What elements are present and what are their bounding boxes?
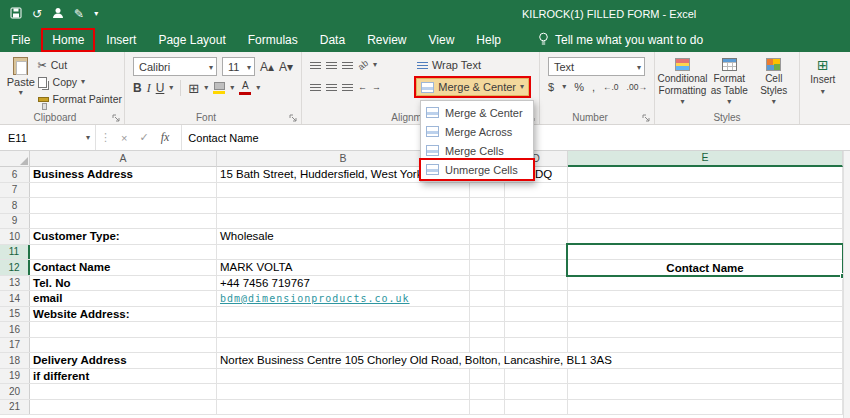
row-header-9[interactable]: 9: [0, 214, 30, 229]
menu-item-merge-across[interactable]: Merge Across: [421, 122, 533, 141]
align-center-icon[interactable]: [326, 84, 337, 91]
dialog-launcher-icon[interactable]: [289, 113, 298, 122]
insert-function-icon[interactable]: fx: [161, 130, 170, 145]
row-header-11[interactable]: 11: [0, 245, 30, 260]
tab-file[interactable]: File: [0, 28, 41, 52]
font-size-combo[interactable]: 11 ▾: [222, 57, 255, 76]
row-header-10[interactable]: 10: [0, 229, 30, 244]
paste-button[interactable]: Paste ▾: [4, 56, 38, 107]
row-header-21[interactable]: 21: [0, 400, 30, 415]
italic-button[interactable]: I: [147, 82, 151, 94]
tab-view[interactable]: View: [418, 28, 466, 52]
row-header-6[interactable]: 6: [0, 167, 30, 182]
row-header-13[interactable]: 13: [0, 276, 30, 291]
row-header-12[interactable]: 12: [0, 260, 30, 275]
increase-font-size-button[interactable]: A▴: [260, 61, 274, 73]
undo-icon[interactable]: ↺: [32, 8, 42, 20]
cell-B12[interactable]: MARK VOLTA: [220, 260, 296, 275]
increase-indent-icon[interactable]: →: [372, 83, 381, 92]
menu-item-merge-cells[interactable]: Merge Cells: [421, 141, 533, 160]
cell-B10[interactable]: Wholesale: [220, 229, 278, 244]
increase-decimal-button[interactable]: ←.0: [603, 82, 619, 92]
align-right-icon[interactable]: [342, 84, 353, 91]
row-header-20[interactable]: 20: [0, 384, 30, 399]
row-header-18[interactable]: 18: [0, 353, 30, 368]
tab-data[interactable]: Data: [309, 28, 356, 52]
fill-handle[interactable]: [840, 273, 843, 279]
select-all-corner[interactable]: [0, 151, 30, 167]
borders-button[interactable]: ⊞: [188, 82, 199, 95]
formula-bar-buttons: × ✓ fx: [115, 125, 182, 150]
align-middle-icon[interactable]: [326, 62, 337, 69]
save-icon[interactable]: [10, 7, 22, 22]
cell-A15[interactable]: Website Address:: [33, 307, 130, 322]
format-painter-button[interactable]: Format Painter: [38, 91, 122, 107]
cut-icon: ✂: [38, 60, 47, 71]
column-header-A[interactable]: A: [30, 151, 217, 167]
person-icon[interactable]: [52, 7, 64, 22]
copy-button[interactable]: Copy ▾: [38, 74, 122, 90]
row-header-16[interactable]: 16: [0, 322, 30, 337]
cell-A6[interactable]: Business Address: [33, 167, 133, 182]
align-left-icon[interactable]: [310, 84, 321, 91]
pencil-icon[interactable]: ✎: [74, 8, 84, 20]
confirm-entry-icon[interactable]: ✓: [139, 131, 148, 144]
selection-box[interactable]: Contact Name: [566, 243, 843, 277]
row-header-15[interactable]: 15: [0, 307, 30, 322]
align-top-icon[interactable]: [310, 62, 321, 69]
chevron-down-icon[interactable]: ▾: [94, 10, 98, 18]
cut-button[interactable]: ✂ Cut: [38, 57, 122, 73]
cell-A19[interactable]: if different: [33, 369, 89, 384]
row-header-7[interactable]: 7: [0, 183, 30, 198]
tab-review[interactable]: Review: [356, 28, 417, 52]
bold-button[interactable]: B: [133, 82, 142, 94]
underline-button[interactable]: U: [156, 82, 165, 94]
tell-me-box[interactable]: Tell me what you want to do: [538, 32, 703, 49]
cell-A13[interactable]: Tel. No: [33, 276, 70, 291]
cell-B14[interactable]: bdm@dimensionproducts.co.uk: [220, 291, 414, 306]
decrease-decimal-button[interactable]: .00→: [627, 82, 647, 92]
format-as-table-button[interactable]: Format as Table▾: [708, 56, 751, 106]
wrap-text-button[interactable]: Wrap Text: [413, 57, 485, 73]
orientation-button[interactable]: ab: [356, 58, 370, 72]
cell-A12[interactable]: Contact Name: [33, 260, 110, 275]
cell-A14[interactable]: email: [33, 291, 62, 306]
cell-B18[interactable]: Nortex Business Centre 105 Chorley Old R…: [220, 353, 616, 368]
vertical-scrollbar[interactable]: [843, 151, 850, 418]
accounting-format-button[interactable]: $: [548, 81, 554, 93]
decrease-indent-icon[interactable]: ←: [358, 83, 367, 92]
tab-insert[interactable]: Insert: [95, 28, 147, 52]
row-header-8[interactable]: 8: [0, 198, 30, 213]
align-bottom-icon[interactable]: [342, 62, 353, 69]
tab-page-layout[interactable]: Page Layout: [147, 28, 236, 52]
dialog-launcher-icon[interactable]: [642, 113, 651, 122]
tab-help[interactable]: Help: [465, 28, 512, 52]
tab-home[interactable]: Home: [41, 28, 95, 52]
merge-and-center-button[interactable]: Merge & Center ▾: [416, 78, 529, 96]
name-box[interactable]: E11 ▾: [0, 125, 96, 150]
menu-item-merge-center[interactable]: Merge & Center: [421, 103, 533, 122]
cell-A18[interactable]: Delivery Address: [33, 353, 127, 368]
dialog-launcher-icon[interactable]: [112, 113, 121, 122]
fill-color-button[interactable]: [213, 82, 225, 94]
font-color-button[interactable]: A: [239, 81, 251, 95]
delete-cells-button[interactable]: ⊞ D: [846, 56, 850, 96]
cell-A10[interactable]: Customer Type:: [33, 229, 120, 244]
conditional-formatting-button[interactable]: Conditional Formatting▾: [659, 56, 706, 106]
cell-B13[interactable]: +44 7456 719767: [220, 276, 314, 291]
name-box-resize-handle[interactable]: ⋮: [96, 125, 115, 150]
cell-styles-button[interactable]: Cell Styles▾: [753, 56, 796, 106]
row-header-17[interactable]: 17: [0, 338, 30, 353]
font-name-combo[interactable]: Calibri ▾: [133, 57, 217, 76]
comma-style-button[interactable]: ,: [592, 81, 595, 93]
percent-style-button[interactable]: %: [574, 81, 584, 93]
column-header-E[interactable]: E: [568, 151, 843, 167]
cancel-entry-icon[interactable]: ×: [121, 132, 127, 144]
decrease-font-size-button[interactable]: A▾: [279, 61, 293, 73]
insert-cells-button[interactable]: ⊞ Insert ▾: [804, 56, 842, 96]
menu-item-unmerge-cells[interactable]: Unmerge Cells: [421, 160, 533, 179]
row-header-19[interactable]: 19: [0, 369, 30, 384]
tab-formulas[interactable]: Formulas: [237, 28, 309, 52]
row-header-14[interactable]: 14: [0, 291, 30, 306]
number-format-combo[interactable]: Text ▾: [548, 57, 645, 76]
